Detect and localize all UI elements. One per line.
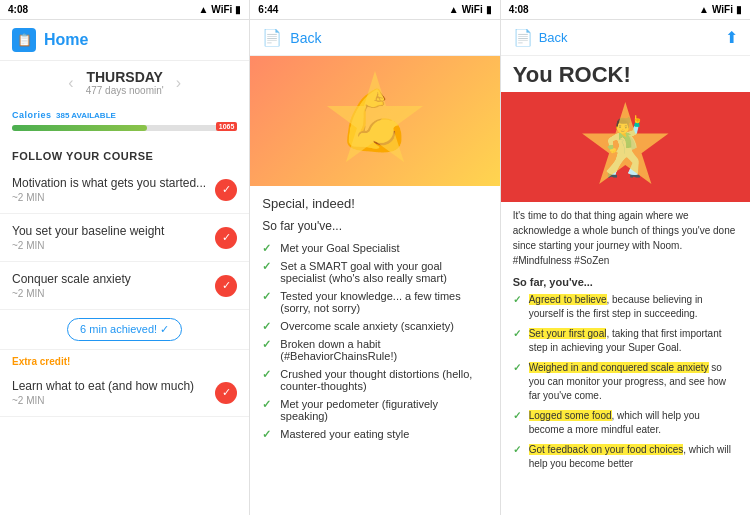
progress-fill [12,125,147,131]
list-item: Met your pedometer (figuratively speakin… [262,395,487,425]
day-header: ‹ THURSDAY 477 days noomin' › [0,61,249,100]
time-middle: 6:44 [258,4,278,15]
course-title-extra: Learn what to eat (and how much) [12,379,207,393]
so-far-right: So far, you've... [501,274,750,290]
status-bar-right: 4:08 ▲ WiFi ▮ [501,0,750,20]
course-time-1: ~2 MIN [12,192,207,203]
status-icons-middle: ▲ WiFi ▮ [449,4,492,15]
extra-credit-section: Extra credit! [0,350,249,369]
highlight-2: Set your first goal [529,328,607,339]
highlight-5: Got feedback on your food choices [529,444,684,455]
check-icon-1: ✓ [215,179,237,201]
course-title-2: You set your baseline weight [12,224,207,238]
special-text: Special, indeed! [262,196,487,211]
course-item-1[interactable]: Motivation is what gets you started... ~… [0,166,249,214]
check-icon-2: ✓ [215,227,237,249]
cal-available: 385 AVAILABLE [56,111,116,120]
you-rock-title: You ROCK! [501,56,750,92]
calories-bar: Calories 385 AVAILABLE 1065 [0,100,249,142]
list-item-r3: Weighed in and conquered scale anxiety s… [513,358,738,406]
status-icons-right: ▲ WiFi ▮ [699,4,742,15]
list-item: Broken down a habit (#BehaviorChainsRule… [262,335,487,365]
checklist-right: Agreed to believe, because believing in … [501,290,750,474]
right-header: 📄 Back ⬆ [501,20,750,56]
battery-icon: ▮ [235,4,241,15]
checklist-middle: Met your Goal Specialist Set a SMART goa… [262,239,487,443]
back-area: 📄 Back [513,28,568,47]
hero-image-right: 🕺 [501,92,750,202]
course-text-1: Motivation is what gets you started... ~… [12,176,207,203]
course-time-extra: ~2 MIN [12,395,207,406]
wifi-icon-r: WiFi [712,4,733,15]
day-title: THURSDAY [86,69,164,85]
follow-course-title: FOLLOW YOUR COURSE [0,142,249,166]
wifi-icon: WiFi [211,4,232,15]
list-item: Set a SMART goal with your goal speciali… [262,257,487,287]
course-item-extra[interactable]: Learn what to eat (and how much) ~2 MIN … [0,369,249,417]
list-item: Met your Goal Specialist [262,239,487,257]
list-item-r4: Logged some food, which will help you be… [513,406,738,440]
back-button-right[interactable]: Back [539,30,568,45]
next-day-button[interactable]: › [176,74,181,92]
signal-icon-m: ▲ [449,4,459,15]
signal-icon: ▲ [198,4,208,15]
desc-text-right: It's time to do that thing again where w… [501,202,750,274]
course-item-2[interactable]: You set your baseline weight ~2 MIN ✓ [0,214,249,262]
battery-icon-r: ▮ [736,4,742,15]
progress-track: 1065 [12,125,237,131]
course-time-3: ~2 MIN [12,288,207,299]
check-icon-3: ✓ [215,275,237,297]
back-icon-middle: 📄 [262,28,282,47]
signal-icon-r: ▲ [699,4,709,15]
wifi-icon-m: WiFi [462,4,483,15]
battery-icon-m: ▮ [486,4,492,15]
time-left: 4:08 [8,4,28,15]
home-nav-icon: 📋 [12,28,36,52]
list-item-r1: Agreed to believe, because believing in … [513,290,738,324]
highlight-4: Logged some food [529,410,612,421]
badge-label: 6 min achieved! ✓ [67,318,182,341]
list-item: Tested your knowledge... a few times (so… [262,287,487,317]
highlight-1: Agreed to believe [529,294,607,305]
day-info: THURSDAY 477 days noomin' [86,69,164,96]
status-bar-middle: 6:44 ▲ WiFi ▮ [249,0,500,20]
home-title: Home [44,31,88,49]
achievement-badge: 6 min achieved! ✓ [0,310,249,350]
panel-right: 📄 Back ⬆ You ROCK! 🕺 It's time to do tha… [501,20,750,515]
day-subtitle: 477 days noomin' [86,85,164,96]
course-time-2: ~2 MIN [12,240,207,251]
course-text-3: Conquer scale anxiety ~2 MIN [12,272,207,299]
course-item-3[interactable]: Conquer scale anxiety ~2 MIN ✓ [0,262,249,310]
home-header: 📋 Home [0,20,249,61]
panel-middle: 📄 Back 💪 Special, indeed! So far you've.… [250,20,500,515]
cal-label: Calories [12,110,52,120]
panel-home: 📋 Home ‹ THURSDAY 477 days noomin' › Cal… [0,20,250,515]
share-icon-right[interactable]: ⬆ [725,28,738,47]
status-bars: 4:08 ▲ WiFi ▮ 6:44 ▲ WiFi ▮ 4:08 ▲ WiFi … [0,0,750,20]
list-item: Overcome scale anxiety (scanxiety) [262,317,487,335]
check-icon-extra: ✓ [215,382,237,404]
list-item-r2: Set your first goal, taking that first i… [513,324,738,358]
course-text-2: You set your baseline weight ~2 MIN [12,224,207,251]
list-item-r5: Got feedback on your food choices, which… [513,440,738,474]
status-icons-left: ▲ WiFi ▮ [198,4,241,15]
list-item: Crushed your thought distortions (hello,… [262,365,487,395]
back-icon-right: 📄 [513,28,533,47]
so-far-middle: So far you've... [262,219,487,233]
progress-marker: 1065 [216,122,238,131]
list-item: Mastered your eating style [262,425,487,443]
back-button-middle[interactable]: Back [290,30,321,46]
middle-header: 📄 Back [250,20,499,56]
highlight-3: Weighed in and conquered scale anxiety [529,362,709,373]
status-bar-left: 4:08 ▲ WiFi ▮ [0,0,249,20]
prev-day-button[interactable]: ‹ [68,74,73,92]
time-right: 4:08 [509,4,529,15]
course-title-1: Motivation is what gets you started... [12,176,207,190]
hero-image-middle: 💪 [250,56,499,186]
course-title-3: Conquer scale anxiety [12,272,207,286]
main-panels: 📋 Home ‹ THURSDAY 477 days noomin' › Cal… [0,20,750,515]
extra-credit-label: Extra credit! [12,356,237,367]
panel2-body: Special, indeed! So far you've... Met yo… [250,186,499,453]
course-text-extra: Learn what to eat (and how much) ~2 MIN [12,379,207,406]
